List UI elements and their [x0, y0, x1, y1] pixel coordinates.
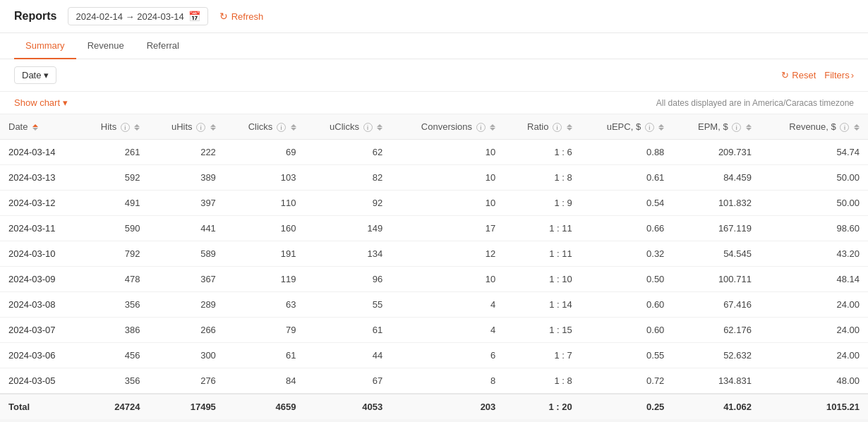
cell-uclicks: 149: [305, 216, 392, 241]
cell-conversions: 10: [391, 267, 504, 292]
cell-date: 2024-03-14: [0, 140, 79, 165]
totals-uclicks: 4053: [305, 394, 392, 419]
cell-hits: 592: [79, 165, 148, 191]
cell-date: 2024-03-10: [0, 241, 79, 267]
col-header-date[interactable]: Date: [0, 114, 79, 140]
cell-epm: 52.632: [673, 343, 760, 368]
date-filter-button[interactable]: Date ▾: [14, 66, 56, 84]
cell-ratio: 1 : 7: [504, 343, 580, 368]
cell-hits: 792: [79, 241, 148, 267]
cell-ratio: 1 : 11: [504, 241, 580, 267]
table-row: 2024-03-07386266796141 : 150.6062.17624.…: [0, 318, 868, 343]
sort-icons-hits: [134, 124, 140, 131]
cell-ratio: 1 : 11: [504, 216, 580, 241]
totals-hits: 24724: [79, 394, 148, 419]
sort-icons-uepc: [658, 124, 664, 131]
col-header-revenue[interactable]: Revenue, $ i: [760, 114, 868, 140]
cell-clicks: 191: [224, 241, 305, 267]
info-icon-conversions: i: [476, 123, 486, 132]
app-title: Reports: [14, 10, 56, 23]
cell-epm: 54.545: [673, 241, 760, 267]
cell-epm: 67.416: [673, 292, 760, 318]
col-header-hits[interactable]: Hits i: [79, 114, 148, 140]
tab-referral[interactable]: Referral: [135, 33, 191, 59]
data-table-container: Date Hits i: [0, 114, 868, 419]
totals-conversions: 203: [391, 394, 504, 419]
cell-date: 2024-03-07: [0, 318, 79, 343]
cell-clicks: 119: [224, 267, 305, 292]
date-range-picker[interactable]: 2024-02-14 → 2024-03-14 📅: [68, 7, 207, 25]
cell-ratio: 1 : 8: [504, 165, 580, 191]
cell-conversions: 17: [391, 216, 504, 241]
totals-revenue: 1015.21: [760, 394, 868, 419]
info-icon-hits: i: [121, 123, 130, 132]
cell-clicks: 160: [224, 216, 305, 241]
col-header-uhits[interactable]: uHits i: [148, 114, 224, 140]
cell-uclicks: 67: [305, 368, 392, 394]
col-header-clicks[interactable]: Clicks i: [224, 114, 305, 140]
cell-uhits: 289: [148, 292, 224, 318]
cell-revenue: 48.00: [760, 368, 868, 394]
cell-hits: 456: [79, 343, 148, 368]
info-icon-revenue: i: [840, 123, 849, 132]
cell-uepc: 0.61: [581, 165, 673, 191]
cell-revenue: 24.00: [760, 318, 868, 343]
col-header-uclicks[interactable]: uClicks i: [305, 114, 392, 140]
table-row: 2024-03-1249139711092101 : 90.54101.8325…: [0, 191, 868, 216]
cell-uepc: 0.72: [581, 368, 673, 394]
sort-icons-revenue: [854, 124, 860, 131]
cell-ratio: 1 : 8: [504, 368, 580, 394]
cell-uclicks: 55: [305, 292, 392, 318]
cell-uepc: 0.32: [581, 241, 673, 267]
cell-uepc: 0.50: [581, 267, 673, 292]
refresh-icon: ↻: [219, 11, 228, 22]
filters-button[interactable]: Filters ›: [824, 70, 854, 80]
reset-icon: ↻: [781, 70, 789, 80]
sort-icons-date: [32, 124, 38, 131]
cell-uepc: 0.54: [581, 191, 673, 216]
cell-epm: 101.832: [673, 191, 760, 216]
cell-revenue: 54.74: [760, 140, 868, 165]
tab-summary[interactable]: Summary: [14, 33, 76, 59]
cell-ratio: 1 : 10: [504, 267, 580, 292]
sort-icons-uhits: [210, 124, 216, 131]
col-header-ratio[interactable]: Ratio i: [504, 114, 580, 140]
date-range-text: 2024-02-14 → 2024-03-14: [76, 11, 183, 22]
cell-uhits: 589: [148, 241, 224, 267]
cell-clicks: 61: [224, 343, 305, 368]
cell-revenue: 50.00: [760, 165, 868, 191]
info-icon-epm: i: [732, 123, 741, 132]
cell-ratio: 1 : 6: [504, 140, 580, 165]
col-header-conversions[interactable]: Conversions i: [391, 114, 504, 140]
cell-hits: 356: [79, 368, 148, 394]
data-table: Date Hits i: [0, 114, 868, 419]
col-header-epm[interactable]: EPM, $ i: [673, 114, 760, 140]
toolbar-right: ↻ Reset Filters ›: [781, 70, 854, 80]
cell-uhits: 222: [148, 140, 224, 165]
cell-uclicks: 82: [305, 165, 392, 191]
table-row: 2024-03-08356289635541 : 140.6067.41624.…: [0, 292, 868, 318]
show-chart-left[interactable]: Show chart ▾: [14, 97, 68, 108]
show-chart-label: Show chart: [14, 97, 60, 108]
cell-uhits: 266: [148, 318, 224, 343]
reset-button[interactable]: ↻ Reset: [781, 70, 816, 80]
cell-uhits: 300: [148, 343, 224, 368]
totals-ratio: 1 : 20: [504, 394, 580, 419]
cell-date: 2024-03-08: [0, 292, 79, 318]
cell-conversions: 6: [391, 343, 504, 368]
col-header-uepc[interactable]: uEPC, $ i: [581, 114, 673, 140]
cell-conversions: 10: [391, 191, 504, 216]
totals-label: Total: [0, 394, 79, 419]
sort-icons-conversions: [490, 124, 495, 131]
cell-conversions: 10: [391, 140, 504, 165]
refresh-button[interactable]: ↻ Refresh: [219, 11, 264, 22]
info-icon-uclicks: i: [363, 123, 373, 132]
header: Reports 2024-02-14 → 2024-03-14 📅 ↻ Refr…: [0, 0, 868, 33]
cell-revenue: 48.14: [760, 267, 868, 292]
tab-revenue[interactable]: Revenue: [76, 33, 135, 59]
cell-uhits: 441: [148, 216, 224, 241]
cell-epm: 209.731: [673, 140, 760, 165]
cell-epm: 62.176: [673, 318, 760, 343]
cell-uhits: 367: [148, 267, 224, 292]
cell-clicks: 63: [224, 292, 305, 318]
